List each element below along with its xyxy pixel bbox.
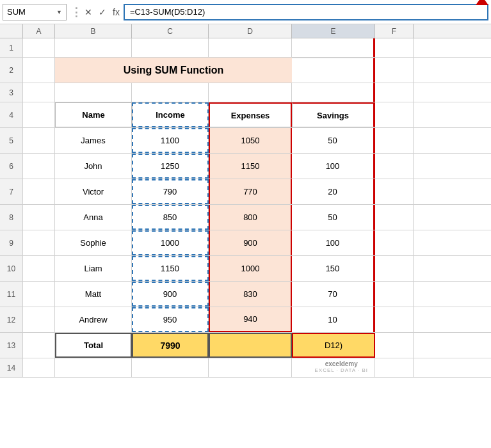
cell-e4-savings[interactable]: Savings [292, 102, 375, 127]
cell-e6[interactable]: 100 [292, 154, 375, 179]
cell-e12[interactable]: 10 [292, 307, 375, 332]
row-header-14: 14 [0, 358, 23, 377]
cell-a10[interactable] [23, 256, 55, 281]
cell-f9[interactable] [375, 230, 414, 255]
cell-d4-expenses[interactable]: Expenses [209, 102, 292, 127]
cell-c8[interactable]: 850 [132, 205, 209, 230]
row-header-9: 9 [0, 230, 23, 255]
col-header-e[interactable]: E [292, 24, 375, 38]
cell-d9[interactable]: 900 [209, 230, 292, 255]
name-box[interactable]: SUM ▼ [3, 4, 67, 20]
cell-e1[interactable] [292, 38, 375, 57]
cell-b9[interactable]: Sophie [55, 230, 132, 255]
cell-d12[interactable]: 940 [209, 307, 292, 332]
col-header-c[interactable]: C [132, 24, 209, 38]
cell-c7[interactable]: 790 [132, 179, 209, 204]
cell-c13-total-value[interactable]: 7990 [132, 333, 209, 358]
cell-c9[interactable]: 1000 [132, 230, 209, 255]
cell-f10[interactable] [375, 256, 414, 281]
col-header-b[interactable]: B [55, 24, 132, 38]
cell-b4-name[interactable]: Name [55, 102, 132, 127]
cell-a4[interactable] [23, 102, 55, 127]
cell-d11[interactable]: 830 [209, 282, 292, 307]
cell-a3[interactable] [23, 83, 55, 102]
cell-a11[interactable] [23, 282, 55, 307]
cell-e10[interactable]: 150 [292, 256, 375, 281]
cell-c14[interactable] [132, 358, 209, 377]
cell-e3[interactable] [292, 83, 375, 102]
cell-d5[interactable]: 1050 [209, 128, 292, 153]
cell-c10[interactable]: 1150 [132, 256, 209, 281]
formula-bar[interactable]: =C13-SUM(D5:D12) [124, 4, 488, 20]
cell-b5[interactable]: James [55, 128, 132, 153]
cell-d10[interactable]: 1000 [209, 256, 292, 281]
cell-e7[interactable]: 20 [292, 179, 375, 204]
cell-e8[interactable]: 50 [292, 205, 375, 230]
cell-b6[interactable]: John [55, 154, 132, 179]
cancel-icon[interactable]: ✕ [85, 7, 92, 17]
cell-a5[interactable] [23, 128, 55, 153]
cell-b14[interactable] [55, 358, 132, 377]
cell-b8[interactable]: Anna [55, 205, 132, 230]
cell-b13-total[interactable]: Total [55, 333, 132, 358]
cell-f13[interactable] [375, 333, 414, 358]
cell-d3[interactable] [209, 83, 292, 102]
cell-b1[interactable] [55, 38, 132, 57]
cell-a1[interactable] [23, 38, 55, 57]
cell-c4-income[interactable]: Income [132, 102, 209, 127]
cell-d1[interactable] [209, 38, 292, 57]
cell-a6[interactable] [23, 154, 55, 179]
cell-d6[interactable]: 1150 [209, 154, 292, 179]
cell-a2[interactable] [23, 58, 55, 83]
toolbar: SUM ▼ ⋮ ✕ ✓ fx =C13-SUM(D5:D12) [0, 0, 491, 24]
confirm-icon[interactable]: ✓ [99, 7, 106, 17]
spreadsheet-grid: 1 2 Using SUM Function 3 4 Name Income E… [0, 38, 491, 378]
cell-b7[interactable]: Victor [55, 179, 132, 204]
cell-a7[interactable] [23, 179, 55, 204]
formula-arrow-up [476, 0, 488, 5]
cell-c1[interactable] [132, 38, 209, 57]
cell-d8[interactable]: 800 [209, 205, 292, 230]
cell-e9[interactable]: 100 [292, 230, 375, 255]
cell-c5[interactable]: 1100 [132, 128, 209, 153]
cell-f11[interactable] [375, 282, 414, 307]
cell-b10[interactable]: Liam [55, 256, 132, 281]
cell-a9[interactable] [23, 230, 55, 255]
row-2: 2 Using SUM Function [0, 58, 491, 83]
cell-f14[interactable] [375, 358, 414, 377]
cell-f12[interactable] [375, 307, 414, 332]
cell-f7[interactable] [375, 179, 414, 204]
cell-e2[interactable] [292, 58, 375, 83]
cell-f2[interactable] [375, 58, 414, 83]
cell-b12[interactable]: Andrew [55, 307, 132, 332]
col-header-f[interactable]: F [375, 24, 414, 38]
fx-icon[interactable]: fx [113, 7, 120, 17]
col-header-a[interactable]: A [23, 24, 55, 38]
cell-a14[interactable] [23, 358, 55, 377]
cell-e11[interactable]: 70 [292, 282, 375, 307]
cell-a8[interactable] [23, 205, 55, 230]
cell-f8[interactable] [375, 205, 414, 230]
cell-f4[interactable] [375, 102, 414, 127]
col-header-d[interactable]: D [209, 24, 292, 38]
cell-a13[interactable] [23, 333, 55, 358]
cell-d13[interactable] [209, 333, 292, 358]
cell-f6[interactable] [375, 154, 414, 179]
row-header-11: 11 [0, 282, 23, 307]
cell-a12[interactable] [23, 307, 55, 332]
cell-b3[interactable] [55, 83, 132, 102]
cell-e14[interactable]: exceldemy EXCEL · DATA · BI [292, 358, 375, 377]
cell-f5[interactable] [375, 128, 414, 153]
cell-e13-formula[interactable]: D12) [292, 333, 375, 358]
cell-c11[interactable]: 900 [132, 282, 209, 307]
cell-d14[interactable] [209, 358, 292, 377]
cell-f3[interactable] [375, 83, 414, 102]
cell-d7[interactable]: 770 [209, 179, 292, 204]
row-header-10: 10 [0, 256, 23, 281]
cell-b11[interactable]: Matt [55, 282, 132, 307]
cell-f1[interactable] [375, 38, 414, 57]
cell-c6[interactable]: 1250 [132, 154, 209, 179]
cell-c3[interactable] [132, 83, 209, 102]
cell-e5[interactable]: 50 [292, 128, 375, 153]
cell-c12[interactable]: 950 [132, 307, 209, 332]
